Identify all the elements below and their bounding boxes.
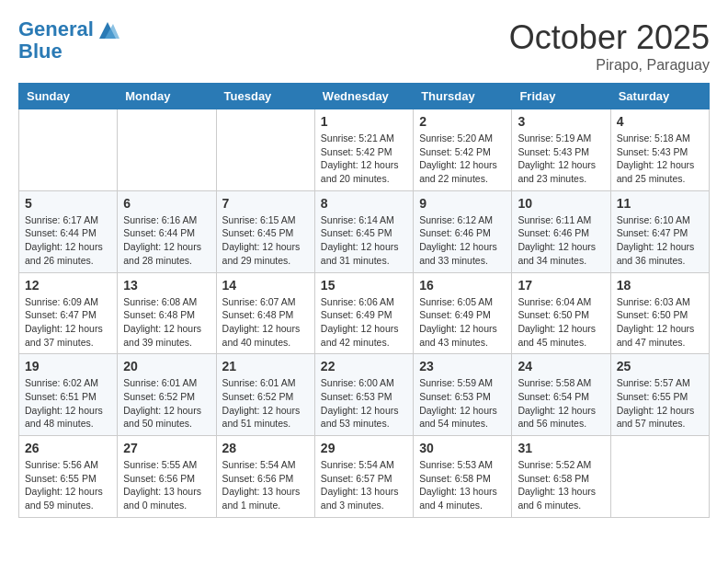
day-number: 31 <box>518 441 604 455</box>
day-info: Sunrise: 5:52 AM Sunset: 6:58 PM Dayligh… <box>518 458 604 512</box>
day-info: Sunrise: 5:21 AM Sunset: 5:42 PM Dayligh… <box>321 132 407 186</box>
calendar-cell: 9Sunrise: 6:12 AM Sunset: 6:46 PM Daylig… <box>414 190 512 272</box>
calendar-cell: 31Sunrise: 5:52 AM Sunset: 6:58 PM Dayli… <box>512 436 610 518</box>
day-info: Sunrise: 6:04 AM Sunset: 6:50 PM Dayligh… <box>518 295 604 350</box>
day-info: Sunrise: 5:19 AM Sunset: 5:43 PM Dayligh… <box>518 132 604 186</box>
logo: General Blue <box>18 18 121 63</box>
day-number: 27 <box>123 441 210 455</box>
calendar-cell: 10Sunrise: 6:11 AM Sunset: 6:46 PM Dayli… <box>512 190 610 272</box>
day-info: Sunrise: 6:01 AM Sunset: 6:52 PM Dayligh… <box>123 376 210 431</box>
calendar-cell: 14Sunrise: 6:07 AM Sunset: 6:48 PM Dayli… <box>216 272 314 354</box>
day-number: 6 <box>123 196 210 211</box>
day-number: 29 <box>321 441 407 455</box>
day-number: 28 <box>222 441 309 455</box>
calendar-week-row: 26Sunrise: 5:56 AM Sunset: 6:55 PM Dayli… <box>19 436 710 518</box>
day-info: Sunrise: 5:56 AM Sunset: 6:55 PM Dayligh… <box>25 458 111 512</box>
day-number: 25 <box>617 359 703 373</box>
day-number: 2 <box>419 114 506 129</box>
day-info: Sunrise: 6:15 AM Sunset: 6:45 PM Dayligh… <box>222 213 309 268</box>
calendar-cell: 26Sunrise: 5:56 AM Sunset: 6:55 PM Dayli… <box>19 436 118 518</box>
calendar-cell: 8Sunrise: 6:14 AM Sunset: 6:45 PM Daylig… <box>314 190 413 272</box>
calendar-cell: 16Sunrise: 6:05 AM Sunset: 6:49 PM Dayli… <box>414 272 512 354</box>
day-info: Sunrise: 6:08 AM Sunset: 6:48 PM Dayligh… <box>123 295 210 350</box>
days-header-row: SundayMondayTuesdayWednesdayThursdayFrid… <box>19 84 710 109</box>
calendar-cell: 3Sunrise: 5:19 AM Sunset: 5:43 PM Daylig… <box>512 109 610 191</box>
logo-icon <box>96 20 119 40</box>
calendar-cell: 13Sunrise: 6:08 AM Sunset: 6:48 PM Dayli… <box>118 272 216 354</box>
day-number: 12 <box>25 278 111 293</box>
day-of-week-header: Saturday <box>610 84 709 109</box>
calendar-cell: 7Sunrise: 6:15 AM Sunset: 6:45 PM Daylig… <box>216 190 314 272</box>
calendar-cell <box>118 109 216 191</box>
day-info: Sunrise: 6:06 AM Sunset: 6:49 PM Dayligh… <box>321 295 407 350</box>
calendar-cell: 30Sunrise: 5:53 AM Sunset: 6:58 PM Dayli… <box>414 436 512 518</box>
day-number: 7 <box>222 196 309 211</box>
day-of-week-header: Wednesday <box>314 84 413 109</box>
day-of-week-header: Sunday <box>19 84 118 109</box>
calendar-cell: 2Sunrise: 5:20 AM Sunset: 5:42 PM Daylig… <box>414 109 512 191</box>
day-number: 13 <box>123 278 210 293</box>
day-number: 17 <box>518 278 604 293</box>
location-subtitle: Pirapo, Paraguay <box>509 57 710 74</box>
day-info: Sunrise: 6:10 AM Sunset: 6:47 PM Dayligh… <box>617 213 703 268</box>
day-info: Sunrise: 6:12 AM Sunset: 6:46 PM Dayligh… <box>419 213 506 268</box>
day-info: Sunrise: 6:09 AM Sunset: 6:47 PM Dayligh… <box>25 295 111 350</box>
day-info: Sunrise: 5:18 AM Sunset: 5:43 PM Dayligh… <box>617 132 703 186</box>
logo-text: General <box>18 18 121 40</box>
calendar-cell: 19Sunrise: 6:02 AM Sunset: 6:51 PM Dayli… <box>19 354 118 436</box>
calendar-cell: 12Sunrise: 6:09 AM Sunset: 6:47 PM Dayli… <box>19 272 118 354</box>
day-info: Sunrise: 5:53 AM Sunset: 6:58 PM Dayligh… <box>419 458 506 512</box>
calendar-cell: 23Sunrise: 5:59 AM Sunset: 6:53 PM Dayli… <box>414 354 512 436</box>
calendar-cell: 29Sunrise: 5:54 AM Sunset: 6:57 PM Dayli… <box>314 436 413 518</box>
day-number: 23 <box>419 359 506 373</box>
day-info: Sunrise: 6:03 AM Sunset: 6:50 PM Dayligh… <box>617 295 703 350</box>
day-of-week-header: Monday <box>118 84 216 109</box>
day-number: 20 <box>123 359 210 373</box>
calendar-cell: 22Sunrise: 6:00 AM Sunset: 6:53 PM Dayli… <box>314 354 413 436</box>
calendar-week-row: 5Sunrise: 6:17 AM Sunset: 6:44 PM Daylig… <box>19 190 710 272</box>
day-number: 14 <box>222 278 309 293</box>
calendar-cell: 17Sunrise: 6:04 AM Sunset: 6:50 PM Dayli… <box>512 272 610 354</box>
day-number: 8 <box>321 196 407 211</box>
calendar-cell: 20Sunrise: 6:01 AM Sunset: 6:52 PM Dayli… <box>118 354 216 436</box>
calendar-cell <box>216 109 314 191</box>
calendar-cell: 6Sunrise: 6:16 AM Sunset: 6:44 PM Daylig… <box>118 190 216 272</box>
calendar-cell: 21Sunrise: 6:01 AM Sunset: 6:52 PM Dayli… <box>216 354 314 436</box>
day-number: 30 <box>419 441 506 455</box>
day-number: 11 <box>617 196 703 211</box>
calendar-cell: 18Sunrise: 6:03 AM Sunset: 6:50 PM Dayli… <box>610 272 709 354</box>
day-info: Sunrise: 6:16 AM Sunset: 6:44 PM Dayligh… <box>123 213 210 268</box>
day-info: Sunrise: 6:07 AM Sunset: 6:48 PM Dayligh… <box>222 295 309 350</box>
calendar-cell: 4Sunrise: 5:18 AM Sunset: 5:43 PM Daylig… <box>610 109 709 191</box>
day-number: 10 <box>518 196 604 211</box>
day-number: 19 <box>25 359 111 373</box>
calendar-week-row: 19Sunrise: 6:02 AM Sunset: 6:51 PM Dayli… <box>19 354 710 436</box>
day-of-week-header: Friday <box>512 84 610 109</box>
calendar-week-row: 1Sunrise: 5:21 AM Sunset: 5:42 PM Daylig… <box>19 109 710 191</box>
logo-line2: Blue <box>18 40 121 63</box>
day-number: 1 <box>321 114 407 129</box>
day-info: Sunrise: 5:54 AM Sunset: 6:57 PM Dayligh… <box>321 458 407 512</box>
title-block: October 2025 Pirapo, Paraguay <box>509 18 710 74</box>
day-info: Sunrise: 6:00 AM Sunset: 6:53 PM Dayligh… <box>321 376 407 431</box>
calendar-table: SundayMondayTuesdayWednesdayThursdayFrid… <box>18 83 710 518</box>
day-number: 15 <box>321 278 407 293</box>
day-number: 16 <box>419 278 506 293</box>
day-info: Sunrise: 6:14 AM Sunset: 6:45 PM Dayligh… <box>321 213 407 268</box>
calendar-cell: 1Sunrise: 5:21 AM Sunset: 5:42 PM Daylig… <box>314 109 413 191</box>
day-info: Sunrise: 6:02 AM Sunset: 6:51 PM Dayligh… <box>25 376 111 431</box>
calendar-week-row: 12Sunrise: 6:09 AM Sunset: 6:47 PM Dayli… <box>19 272 710 354</box>
day-info: Sunrise: 5:57 AM Sunset: 6:55 PM Dayligh… <box>617 376 703 431</box>
day-number: 18 <box>617 278 703 293</box>
day-of-week-header: Tuesday <box>216 84 314 109</box>
day-number: 9 <box>419 196 506 211</box>
calendar-cell: 25Sunrise: 5:57 AM Sunset: 6:55 PM Dayli… <box>610 354 709 436</box>
day-number: 4 <box>617 114 703 129</box>
day-info: Sunrise: 6:11 AM Sunset: 6:46 PM Dayligh… <box>518 213 604 268</box>
day-info: Sunrise: 5:20 AM Sunset: 5:42 PM Dayligh… <box>419 132 506 186</box>
day-info: Sunrise: 5:58 AM Sunset: 6:54 PM Dayligh… <box>518 376 604 431</box>
calendar-cell: 28Sunrise: 5:54 AM Sunset: 6:56 PM Dayli… <box>216 436 314 518</box>
calendar-cell: 24Sunrise: 5:58 AM Sunset: 6:54 PM Dayli… <box>512 354 610 436</box>
calendar-cell: 27Sunrise: 5:55 AM Sunset: 6:56 PM Dayli… <box>118 436 216 518</box>
day-number: 5 <box>25 196 111 211</box>
